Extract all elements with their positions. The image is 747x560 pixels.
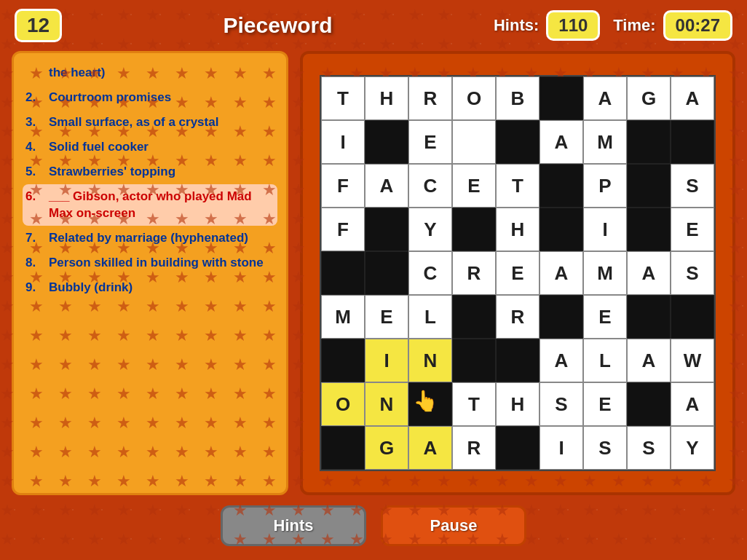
grid-cell[interactable]: 👆 xyxy=(408,382,452,426)
grid-cell[interactable]: G xyxy=(365,426,408,470)
grid-cell[interactable] xyxy=(452,120,496,164)
grid-cell[interactable]: A xyxy=(540,120,583,164)
grid-cell[interactable] xyxy=(627,382,671,426)
grid-cell[interactable]: A xyxy=(540,251,583,295)
grid-cell[interactable] xyxy=(496,120,540,164)
grid-cell[interactable]: E xyxy=(408,120,452,164)
grid-cell[interactable] xyxy=(365,251,408,295)
grid-cell[interactable] xyxy=(627,208,671,251)
grid-cell[interactable]: A xyxy=(365,164,408,208)
grid-cell[interactable]: A xyxy=(627,251,671,295)
clue-item-4[interactable]: 4.Solid fuel cooker xyxy=(23,135,277,159)
grid-cell[interactable] xyxy=(321,339,365,382)
grid-cell[interactable] xyxy=(321,426,365,470)
grid-cell[interactable]: M xyxy=(321,295,365,339)
grid-cell[interactable]: I xyxy=(365,339,408,382)
grid-cell[interactable] xyxy=(540,295,583,339)
pause-button[interactable]: Pause xyxy=(381,505,526,546)
grid-cell[interactable]: F xyxy=(321,208,365,251)
grid-cell[interactable] xyxy=(671,295,714,339)
grid-cell[interactable]: E xyxy=(365,295,408,339)
grid-cell[interactable]: H xyxy=(496,382,540,426)
grid-cell[interactable] xyxy=(365,120,408,164)
grid-cell[interactable]: I xyxy=(321,120,365,164)
grid-cell[interactable] xyxy=(452,339,496,382)
grid-cell[interactable] xyxy=(321,251,365,295)
grid-cell[interactable]: C xyxy=(408,164,452,208)
grid-cell[interactable]: B xyxy=(496,76,540,120)
grid-row: MELRE xyxy=(321,295,714,339)
grid-cell[interactable]: T xyxy=(321,76,365,120)
grid-cell[interactable]: R xyxy=(408,76,452,120)
time-value: 00:27 xyxy=(663,10,732,41)
hints-button[interactable]: Hints xyxy=(221,505,366,546)
grid-cell[interactable]: O xyxy=(321,382,365,426)
grid-cell[interactable] xyxy=(496,339,540,382)
grid-cell[interactable] xyxy=(627,120,671,164)
grid-cell[interactable]: N xyxy=(365,382,408,426)
grid-cell[interactable]: M xyxy=(583,120,627,164)
grid-cell[interactable]: E xyxy=(583,382,627,426)
grid-cell[interactable]: C xyxy=(408,251,452,295)
grid-cell[interactable]: H xyxy=(496,208,540,251)
grid-cell[interactable]: S xyxy=(627,426,671,470)
grid-cell[interactable]: S xyxy=(671,164,714,208)
grid-cell[interactable] xyxy=(365,208,408,251)
grid-cell[interactable]: W xyxy=(671,339,714,382)
grid-cell[interactable] xyxy=(540,164,583,208)
grid-cell[interactable] xyxy=(671,120,714,164)
clue-number: 2. xyxy=(25,90,44,106)
grid-cell[interactable]: A xyxy=(408,426,452,470)
grid-cell[interactable]: A xyxy=(671,382,714,426)
grid-cell[interactable]: L xyxy=(408,295,452,339)
grid-cell[interactable]: H xyxy=(365,76,408,120)
grid-cell[interactable]: R xyxy=(452,251,496,295)
grid-cell[interactable]: E xyxy=(583,295,627,339)
grid-cell[interactable]: Y xyxy=(408,208,452,251)
grid-cell[interactable]: R xyxy=(452,426,496,470)
grid-cell[interactable] xyxy=(540,208,583,251)
grid-cell[interactable]: I xyxy=(540,426,583,470)
crossword-grid[interactable]: THROBAGAIEAMFACETPSFYHIECREAMASMELREINAL… xyxy=(320,75,716,471)
grid-cell[interactable]: E xyxy=(671,208,714,251)
grid-cell[interactable]: G xyxy=(627,76,671,120)
grid-cell[interactable]: O xyxy=(452,76,496,120)
grid-cell[interactable] xyxy=(540,76,583,120)
grid-cell[interactable]: Y xyxy=(671,426,714,470)
clue-item-3[interactable]: 3.Small surface, as of a crystal xyxy=(23,110,277,135)
clue-item-9[interactable]: 9.Bubbly (drink) xyxy=(23,275,277,300)
grid-cell[interactable]: S xyxy=(540,382,583,426)
grid-cell[interactable]: L xyxy=(583,339,627,382)
grid-cell[interactable] xyxy=(496,426,540,470)
grid-cell[interactable]: T xyxy=(452,382,496,426)
grid-cell[interactable]: T xyxy=(496,164,540,208)
grid-cell[interactable] xyxy=(452,295,496,339)
clue-item-1[interactable]: the heart) xyxy=(23,60,277,85)
grid-cell[interactable] xyxy=(452,208,496,251)
bottom-bar: Hints Pause xyxy=(0,495,747,553)
grid-cell[interactable]: F xyxy=(321,164,365,208)
time-info: Time: 00:27 xyxy=(613,10,732,41)
grid-cell[interactable]: A xyxy=(671,76,714,120)
grid-cell[interactable] xyxy=(627,295,671,339)
grid-cell[interactable]: E xyxy=(452,164,496,208)
grid-cell[interactable]: S xyxy=(671,251,714,295)
grid-cell[interactable]: S xyxy=(583,426,627,470)
clue-item-5[interactable]: 5.Strawberries' topping xyxy=(23,159,277,184)
clue-item-8[interactable]: 8.Person skilled in building with stone xyxy=(23,251,277,275)
grid-cell[interactable]: A xyxy=(627,339,671,382)
clue-text: Person skilled in building with stone xyxy=(49,255,274,271)
clue-item-2[interactable]: 2.Courtroom promises xyxy=(23,85,277,110)
grid-cell[interactable]: I xyxy=(583,208,627,251)
grid-cell[interactable]: E xyxy=(496,251,540,295)
grid-cell[interactable]: M xyxy=(583,251,627,295)
grid-cell[interactable] xyxy=(627,164,671,208)
clue-item-7[interactable]: 7.Related by marriage (hyphenated) xyxy=(23,226,277,251)
grid-cell[interactable]: A xyxy=(540,339,583,382)
grid-cell[interactable]: R xyxy=(496,295,540,339)
grid-cell[interactable]: P xyxy=(583,164,627,208)
grid-cell[interactable]: A xyxy=(583,76,627,120)
clue-item-6[interactable]: 6.___ Gibson, actor who played Mad Max o… xyxy=(23,184,277,225)
grid-cell[interactable]: N xyxy=(408,339,452,382)
clue-text: Related by marriage (hyphenated) xyxy=(49,230,274,246)
